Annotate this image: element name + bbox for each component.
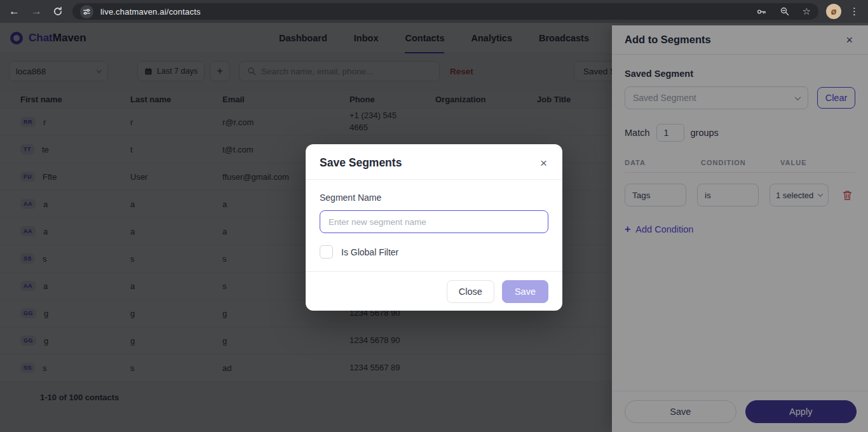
browser-reload-icon[interactable] xyxy=(53,6,63,17)
modal-save-button[interactable]: Save xyxy=(502,280,548,303)
browser-forward-icon[interactable]: → xyxy=(31,0,42,23)
site-settings-icon[interactable] xyxy=(80,5,93,18)
browser-profile-avatar[interactable]: ø xyxy=(826,4,841,19)
modal-title: Save Segments xyxy=(320,156,402,170)
screen: ← → live.chatmaven.ai/contacts ☆ ø ⋮ xyxy=(0,0,868,432)
is-global-filter-checkbox[interactable] xyxy=(320,245,333,259)
page-viewport: ChatMaven Dashboard Inbox Contacts Analy… xyxy=(0,23,868,432)
browser-toolbar: ← → live.chatmaven.ai/contacts ☆ ø ⋮ xyxy=(0,0,868,23)
address-bar[interactable]: live.chatmaven.ai/contacts ☆ xyxy=(72,3,818,20)
modal-header: Save Segments × xyxy=(306,144,562,180)
is-global-filter-label: Is Global Filter xyxy=(341,247,398,257)
url-text[interactable]: live.chatmaven.ai/contacts xyxy=(100,7,201,17)
modal-footer: Close Save xyxy=(306,271,562,311)
browser-back-icon[interactable]: ← xyxy=(9,0,20,23)
modal-body: Segment Name Is Global Filter xyxy=(306,180,562,271)
segment-name-input[interactable] xyxy=(320,210,548,233)
bookmark-star-icon[interactable]: ☆ xyxy=(803,6,811,17)
save-segments-modal: Save Segments × Segment Name Is Global F… xyxy=(306,144,562,311)
segment-name-label: Segment Name xyxy=(320,192,548,203)
zoom-icon[interactable] xyxy=(780,6,790,17)
modal-close-icon[interactable]: × xyxy=(540,157,547,169)
modal-close-button[interactable]: Close xyxy=(447,280,494,303)
browser-menu-icon[interactable]: ⋮ xyxy=(850,6,859,17)
password-key-icon[interactable] xyxy=(756,6,767,17)
